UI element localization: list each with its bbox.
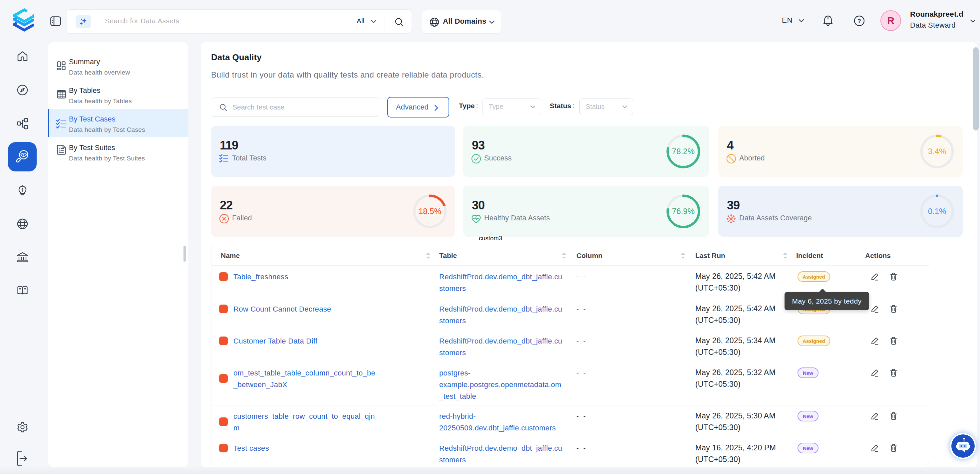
svg-text:?: ? <box>858 18 861 24</box>
svg-text:0.1%: 0.1% <box>928 207 947 216</box>
svg-text:18.5%: 18.5% <box>418 207 441 216</box>
svg-text:76.9%: 76.9% <box>672 207 695 216</box>
svg-text:78.2%: 78.2% <box>672 147 695 156</box>
svg-text:3.4%: 3.4% <box>928 147 947 156</box>
